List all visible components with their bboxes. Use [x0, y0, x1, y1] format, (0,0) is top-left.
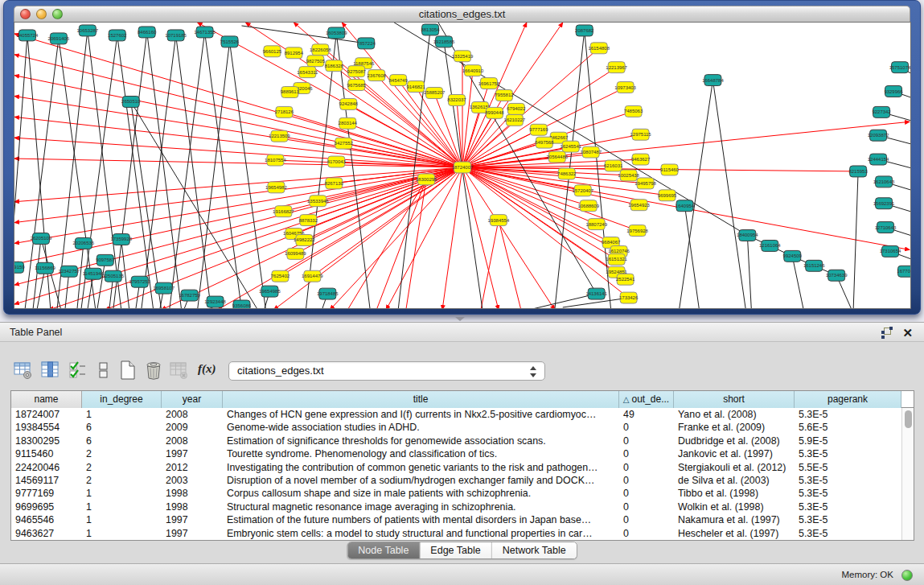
graph-node[interactable]: 1733426 — [619, 292, 639, 303]
graph-node[interactable]: 8267130 — [325, 178, 344, 189]
graph-node[interactable]: 15751074 — [889, 62, 910, 73]
graph-node[interactable]: 19166827 — [273, 206, 294, 217]
graph-node[interactable]: 2367608 — [368, 70, 387, 81]
graph-node[interactable]: 14671355 — [194, 27, 216, 38]
column-header-name[interactable]: name — [11, 391, 82, 408]
graph-node[interactable]: 16099489 — [285, 248, 306, 259]
graph-node[interactable]: 10025438 — [618, 170, 639, 181]
graph-node[interactable]: 9275087 — [347, 66, 367, 77]
tab-network-table[interactable]: Network Table — [492, 542, 577, 559]
graph-node[interactable]: 8215953 — [848, 166, 868, 177]
graph-node[interactable]: 12161064 — [759, 240, 781, 251]
graph-node[interactable]: 15720407 — [572, 185, 593, 196]
graph-node[interactable]: 18724007 — [452, 162, 474, 173]
column-header-title[interactable]: title — [223, 391, 619, 408]
graph-node[interactable]: 15692391 — [873, 198, 895, 209]
select-rows-icon[interactable] — [68, 360, 88, 381]
graph-node[interactable]: 17310654 — [880, 245, 901, 257]
graph-node[interactable]: 20691406 — [48, 33, 70, 44]
graph-node[interactable]: 1339159 — [14, 262, 25, 273]
graph-node[interactable]: 7955812 — [495, 90, 514, 101]
graph-node[interactable]: 9924509 — [783, 250, 803, 262]
graph-node[interactable]: 4170043 — [327, 156, 347, 167]
graph-node[interactable]: 24055724 — [17, 30, 39, 41]
graph-node[interactable]: 26205109 — [31, 233, 52, 245]
graph-node[interactable]: 6794022 — [507, 103, 526, 114]
graph-node[interactable]: 18107554 — [265, 154, 286, 166]
graph-node[interactable]: 10653287 — [77, 25, 99, 36]
graph-node[interactable]: 17957253 — [129, 276, 150, 287]
graph-node[interactable]: 11451944 — [83, 268, 105, 279]
graph-node[interactable]: 10688609 — [577, 200, 599, 212]
graph-node[interactable]: 8878332 — [299, 215, 318, 226]
graph-node[interactable]: 16782759 — [179, 290, 200, 301]
graph-node[interactable]: 7625402 — [271, 270, 290, 282]
graph-node[interactable]: 19654985 — [259, 286, 281, 297]
graph-node[interactable]: 3427552 — [335, 138, 354, 149]
graph-node[interactable]: 9675685 — [347, 80, 367, 91]
graph-node[interactable]: 12710643 — [875, 222, 897, 233]
graph-node[interactable]: 13325419 — [452, 51, 474, 62]
graph-node[interactable]: 16245541 — [560, 141, 581, 152]
graph-node[interactable]: 18807249 — [585, 219, 607, 230]
graph-node[interactable]: 6216031 — [604, 160, 623, 171]
splitter-handle[interactable] — [455, 317, 465, 321]
table-row[interactable]: 1830029562008Estimation of significance … — [11, 435, 914, 447]
graph-node[interactable]: 9889613 — [281, 87, 300, 98]
graph-node[interactable]: 12923448 — [204, 296, 226, 307]
graph-node[interactable]: 8990448 — [485, 107, 504, 118]
graph-node[interactable]: 18226058 — [310, 44, 331, 56]
graph-node[interactable]: 1640954 — [676, 200, 695, 212]
column-header-pagerank[interactable]: pagerank — [795, 391, 901, 408]
graph-node[interactable]: 8454749 — [388, 75, 408, 86]
graph-node[interactable]: 1527602 — [108, 30, 127, 41]
graph-node[interactable]: 10973403 — [614, 82, 636, 93]
graph-node[interactable]: 16914479 — [302, 270, 323, 282]
graph-node[interactable]: 9463627 — [631, 154, 651, 165]
graph-node[interactable]: 18300295 — [416, 174, 437, 185]
graph-node[interactable]: 9227342 — [872, 106, 891, 117]
graph-node[interactable]: 19384554 — [488, 215, 510, 226]
graph-node[interactable]: 19654923 — [628, 200, 650, 211]
graph-node[interactable]: 19718485 — [317, 288, 339, 299]
graph-node[interactable]: 6497568 — [535, 137, 554, 148]
table-row[interactable]: 911546021997Tourette syndrome. Phenomeno… — [11, 447, 914, 460]
column-header-short[interactable]: short — [674, 391, 795, 408]
graph-node[interactable]: 18400954 — [737, 230, 758, 241]
graph-node[interactable]: 9242848 — [339, 98, 359, 109]
table-vertical-scrollbar[interactable] — [901, 408, 914, 540]
table-row[interactable]: 1938455462009Genome-wide association stu… — [11, 421, 914, 434]
graph-node[interactable]: 2803144 — [339, 117, 358, 129]
graph-node[interactable]: 16151321 — [606, 253, 627, 265]
graph-node[interactable]: 14136141 — [585, 288, 607, 299]
tab-node-table[interactable]: Node Table — [347, 542, 420, 559]
graph-node[interactable]: 19495798 — [634, 178, 656, 189]
graph-node[interactable]: 12093872 — [868, 130, 889, 141]
graph-node[interactable]: 19756928 — [626, 225, 648, 237]
table-row[interactable]: 946362711997Embryonic stem cells: a mode… — [11, 527, 914, 540]
graph-node[interactable]: 2650510 — [121, 96, 141, 107]
graph-node[interactable]: 2087682 — [575, 25, 594, 36]
graph-node[interactable]: 16543311 — [297, 67, 318, 78]
graph-node[interactable]: 15885207 — [424, 88, 446, 99]
graph-node[interactable]: 8322037 — [447, 94, 466, 105]
graph-node[interactable]: 2522541 — [616, 274, 635, 285]
close-panel-icon[interactable]: ✕ — [902, 325, 913, 340]
graph-node[interactable]: 10719185 — [165, 30, 187, 41]
column-header-in_degree[interactable]: in_degree — [82, 391, 162, 408]
graph-node[interactable]: 12975115 — [630, 129, 652, 140]
graph-node[interactable]: 9329966 — [884, 86, 903, 97]
column-header-year[interactable]: year — [162, 391, 223, 408]
graph-node[interactable]: 14982222 — [294, 235, 315, 246]
graph-node[interactable]: 12505135 — [102, 270, 124, 282]
table-selector-combobox[interactable]: citations_edges.txt — [228, 361, 545, 381]
graph-node[interactable]: 9660125 — [263, 46, 282, 57]
graph-node[interactable]: 20564486 — [546, 151, 568, 163]
graph-node[interactable]: 9115460 — [660, 164, 680, 175]
graph-node[interactable]: 9827505 — [306, 56, 326, 67]
table-row[interactable]: 2242004622012Investigating the contribut… — [11, 461, 914, 474]
graph-node[interactable]: 16961758 — [478, 78, 500, 89]
graph-node[interactable]: 2718126 — [275, 106, 294, 117]
graph-node[interactable]: 16640910 — [462, 65, 484, 76]
graph-node[interactable]: 12213967 — [606, 62, 627, 73]
